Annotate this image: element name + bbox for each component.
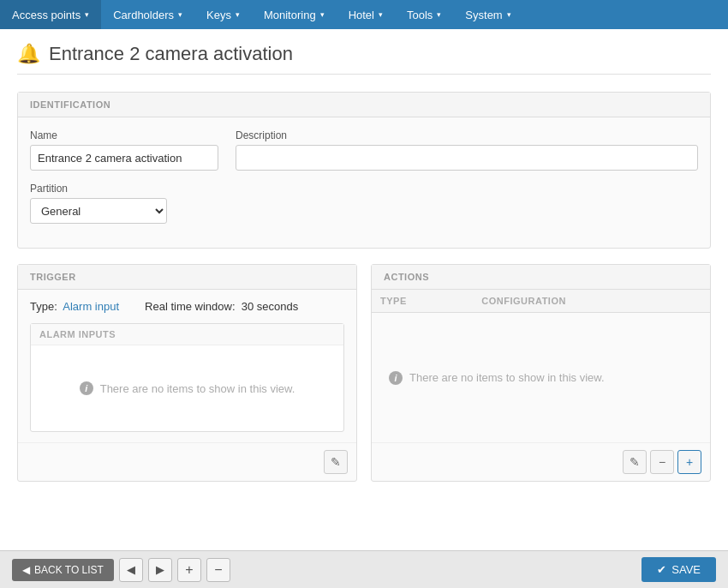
trigger-type-key: Type: <box>30 300 57 313</box>
back-to-list-label: BACK TO LIST <box>34 564 104 576</box>
description-label: Description <box>236 129 698 141</box>
actions-footer: ✎ − + <box>372 442 710 481</box>
prev-arrow-icon: ◀ <box>127 563 135 576</box>
partition-label: Partition <box>30 183 167 195</box>
nav-access-points-caret: ▾ <box>85 10 89 19</box>
nav-system[interactable]: System ▾ <box>453 0 522 29</box>
trigger-type-label: Type: Alarm input <box>30 300 119 313</box>
nav-cardholders-caret: ▾ <box>178 10 182 19</box>
actions-no-items-text: There are no items to show in this view. <box>409 371 605 384</box>
nav-monitoring-caret: ▾ <box>320 10 325 19</box>
trigger-body: Type: Alarm input Real time window: 30 s… <box>18 290 356 442</box>
save-label: SAVE <box>671 563 701 576</box>
nav-system-label: System <box>465 9 502 21</box>
nav-tools[interactable]: Tools ▾ <box>395 0 453 29</box>
alarm-inputs-header: ALARM INPUTS <box>31 324 343 345</box>
name-label: Name <box>30 129 218 141</box>
col-type-header: TYPE <box>372 290 473 313</box>
actions-add-icon: + <box>686 455 693 469</box>
actions-remove-button[interactable]: − <box>650 450 674 474</box>
alarm-inputs-info-icon: i <box>80 381 93 395</box>
trigger-window-key: Real time window: <box>145 300 236 313</box>
name-input[interactable] <box>30 145 218 171</box>
next-record-button[interactable]: ▶ <box>148 558 172 582</box>
identification-body: Name Description Partition General <box>18 117 710 248</box>
trigger-edit-button[interactable]: ✎ <box>324 450 348 474</box>
back-arrow-icon: ◀ <box>22 564 30 576</box>
next-arrow-icon: ▶ <box>156 563 164 576</box>
actions-no-items-cell: i There are no items to show in this vie… <box>372 313 710 443</box>
add-record-button[interactable]: + <box>177 558 201 582</box>
actions-panel: ACTIONS TYPE CONFIGURATION i <box>371 264 711 482</box>
name-description-row: Name Description <box>30 129 698 171</box>
trigger-edit-icon: ✎ <box>331 455 341 469</box>
nav-hotel-caret: ▾ <box>379 10 383 19</box>
actions-header: ACTIONS <box>372 265 710 290</box>
trigger-type-value[interactable]: Alarm input <box>63 300 119 313</box>
actions-no-items-row: i There are no items to show in this vie… <box>372 313 710 443</box>
partition-row: Partition General <box>30 183 698 224</box>
remove-record-button[interactable]: − <box>206 558 230 582</box>
add-nav-icon: + <box>185 562 193 578</box>
identification-header: IDENTIFICATION <box>18 93 710 117</box>
nav-monitoring[interactable]: Monitoring ▾ <box>252 0 337 29</box>
actions-no-items-content: i There are no items to show in this vie… <box>389 371 693 385</box>
actions-add-button[interactable]: + <box>677 450 701 474</box>
page-title: Entrance 2 camera activation <box>49 43 293 65</box>
trigger-window-value: 30 seconds <box>242 300 299 313</box>
remove-nav-icon: − <box>214 562 222 578</box>
nav-access-points-label: Access points <box>12 9 81 21</box>
trigger-header: TRIGGER <box>18 265 356 290</box>
nav-keys-label: Keys <box>206 9 231 21</box>
description-group: Description <box>236 129 698 171</box>
alarm-inputs-no-items: There are no items to show in this view. <box>100 382 295 395</box>
actions-table: TYPE CONFIGURATION i There are no items … <box>372 290 710 442</box>
description-input[interactable] <box>236 145 698 171</box>
actions-info-icon: i <box>389 371 403 385</box>
page-title-row: 🔔 Entrance 2 camera activation <box>17 43 711 75</box>
col-config-header: CONFIGURATION <box>473 290 710 313</box>
back-to-list-button[interactable]: ◀ BACK TO LIST <box>12 559 114 581</box>
identification-section: IDENTIFICATION Name Description Partitio… <box>17 92 711 249</box>
trigger-meta: Type: Alarm input Real time window: 30 s… <box>30 300 344 313</box>
nav-access-points[interactable]: Access points ▾ <box>0 0 101 29</box>
nav-cardholders[interactable]: Cardholders ▾ <box>101 0 194 29</box>
nav-keys[interactable]: Keys ▾ <box>194 0 252 29</box>
bottom-bar: ◀ BACK TO LIST ◀ ▶ + − ✔ SAVE <box>0 550 728 588</box>
actions-edit-button[interactable]: ✎ <box>623 450 647 474</box>
nav-keys-caret: ▾ <box>236 10 240 19</box>
nav-monitoring-label: Monitoring <box>264 9 316 21</box>
trigger-panel: TRIGGER Type: Alarm input Real time wind… <box>17 264 357 482</box>
nav-hotel-label: Hotel <box>349 9 374 21</box>
alarm-inputs-box: ALARM INPUTS i There are no items to sho… <box>30 323 344 432</box>
nav-hotel[interactable]: Hotel ▾ <box>337 0 395 29</box>
actions-remove-icon: − <box>659 455 665 469</box>
page-title-icon: 🔔 <box>17 43 40 65</box>
nav-system-caret: ▾ <box>507 10 511 19</box>
prev-record-button[interactable]: ◀ <box>119 558 143 582</box>
trigger-window-label: Real time window: 30 seconds <box>145 300 298 313</box>
trigger-footer: ✎ <box>18 442 356 481</box>
nav-tools-caret: ▾ <box>437 10 441 19</box>
save-button[interactable]: ✔ SAVE <box>641 557 716 582</box>
name-group: Name <box>30 129 218 171</box>
nav-tools-label: Tools <box>407 9 433 21</box>
alarm-inputs-body: i There are no items to show in this vie… <box>31 345 343 431</box>
partition-group: Partition General <box>30 183 167 224</box>
save-checkmark-icon: ✔ <box>657 563 666 576</box>
main-content: 🔔 Entrance 2 camera activation IDENTIFIC… <box>0 29 728 550</box>
actions-body: TYPE CONFIGURATION i There are no items … <box>372 290 710 442</box>
nav-bar: Access points ▾ Cardholders ▾ Keys ▾ Mon… <box>0 0 728 29</box>
bottom-left: ◀ BACK TO LIST ◀ ▶ + − <box>12 558 230 582</box>
actions-edit-icon: ✎ <box>630 455 640 469</box>
nav-cardholders-label: Cardholders <box>113 9 174 21</box>
partition-select[interactable]: General <box>30 198 167 224</box>
trigger-actions-row: TRIGGER Type: Alarm input Real time wind… <box>17 264 711 482</box>
